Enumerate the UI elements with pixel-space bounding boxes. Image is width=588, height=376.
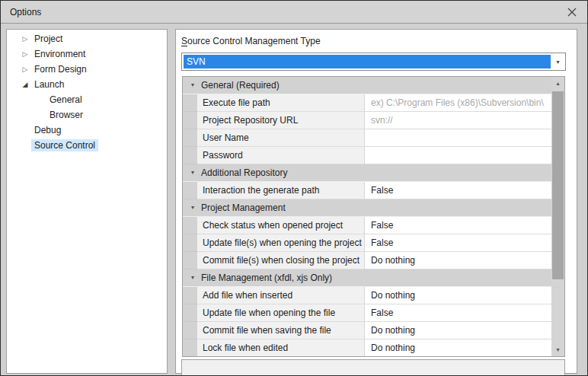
grid-indent-cell (183, 252, 197, 269)
close-button[interactable] (561, 3, 583, 21)
scm-type-dropdown[interactable]: SVN ▾ (181, 53, 566, 71)
grid-property-label: Add file when inserted (197, 287, 364, 304)
grid-indent-cell (183, 129, 197, 147)
grid-section-header[interactable]: ▾ Additional Repository (183, 164, 551, 182)
grid-property-value[interactable]: Do nothing (364, 252, 551, 269)
options-dialog: Options ▷ Project ▷ Environment ▷ Form D… (0, 0, 588, 376)
tree-item-project[interactable]: ▷ Project (7, 31, 167, 46)
grid-property-value[interactable]: Do nothing (364, 287, 551, 304)
scm-type-label: Source Control Management Type (181, 36, 321, 46)
collapse-arrow-icon[interactable]: ◢ (20, 77, 30, 92)
description-panel (181, 359, 565, 376)
grid-section-title: Additional Repository (201, 164, 287, 181)
grid-property-label: Check status when opened project (197, 217, 364, 234)
grid-property-row: Lock file when edited Do nothing (183, 339, 551, 356)
grid-indent-cell (183, 112, 197, 129)
scrollbar-thumb[interactable] (552, 91, 564, 279)
grid-property-label: Commit file(s) when closing the project (197, 252, 364, 269)
grid-section-title: Project Management (201, 199, 286, 216)
tree-item-browser[interactable]: Browser (7, 107, 167, 123)
grid-section-title: File Management (xfdl, xjs Only) (201, 269, 332, 286)
tree-item-general[interactable]: General (7, 92, 167, 107)
grid-property-value[interactable]: ex) C:\Program Files (x86)\Subversion\bi… (364, 94, 551, 112)
grid-indent-cell (183, 322, 197, 339)
property-grid: ▾ General (Required) Execute file path e… (182, 76, 565, 357)
grid-property-row: User Name (183, 129, 551, 147)
grid-indent-cell (183, 94, 197, 112)
grid-property-value[interactable]: svn:// (364, 112, 551, 129)
tree-item-label: Project (31, 33, 66, 45)
grid-property-row: Interaction the generate path False (183, 182, 551, 199)
grid-property-value[interactable]: False (364, 182, 551, 199)
grid-property-value[interactable]: False (364, 304, 551, 322)
grid-indent-cell (183, 217, 197, 234)
source-control-settings-panel: Source Control Management Type SVN ▾ ▾ G… (175, 29, 577, 374)
grid-property-value[interactable] (364, 147, 551, 164)
grid-property-label: Lock file when edited (197, 339, 364, 356)
tree-item-environment[interactable]: ▷ Environment (7, 46, 167, 62)
grid-indent-cell (183, 287, 197, 304)
grid-scrollbar[interactable]: ▴ ▾ (551, 77, 564, 356)
grid-property-row: Check status when opened project False (183, 217, 551, 234)
grid-indent-cell (183, 182, 197, 199)
titlebar: Options (1, 1, 587, 24)
grid-property-label: User Name (197, 129, 364, 147)
grid-property-row: Project Repository URL svn:// (183, 112, 551, 129)
tree-item-label: Form Design (31, 63, 90, 75)
tree-item-label: General (46, 94, 85, 106)
grid-property-label: Password (197, 147, 364, 164)
grid-section-title: General (Required) (201, 77, 280, 94)
collapse-arrow-icon[interactable]: ▾ (187, 164, 198, 181)
close-icon (567, 8, 577, 17)
grid-property-row: Update file(s) when opening the project … (183, 234, 551, 252)
tree-item-label: Source Control (31, 139, 98, 151)
grid-property-label: Update file(s) when opening the project (197, 234, 364, 252)
grid-property-row: Password (183, 147, 551, 164)
grid-section-header[interactable]: ▾ General (Required) (183, 77, 551, 94)
tree-item-label: Debug (31, 124, 64, 136)
grid-property-row: Commit file(s) when closing the project … (183, 252, 551, 269)
grid-property-row: Execute file path ex) C:\Program Files (… (183, 94, 551, 112)
grid-property-value[interactable] (364, 129, 551, 147)
grid-property-label: Project Repository URL (197, 112, 364, 129)
chevron-down-icon[interactable]: ▾ (551, 55, 564, 69)
grid-indent-cell (183, 339, 197, 356)
grid-indent-cell (183, 147, 197, 164)
grid-property-value[interactable]: Do nothing (364, 339, 551, 356)
scroll-down-icon[interactable]: ▾ (551, 343, 564, 356)
grid-indent-cell (183, 234, 197, 252)
grid-section-header[interactable]: ▾ File Management (xfdl, xjs Only) (183, 269, 551, 287)
grid-property-value[interactable]: False (364, 217, 551, 234)
tree-item-label: Browser (46, 109, 86, 121)
grid-property-row: Add file when inserted Do nothing (183, 287, 551, 304)
tree-item-form-design[interactable]: ▷ Form Design (7, 62, 167, 77)
scm-type-selected-value: SVN (184, 55, 551, 69)
tree-item-label: Launch (31, 78, 67, 91)
grid-property-label: Interaction the generate path (197, 182, 364, 199)
grid-property-value[interactable]: Do nothing (364, 322, 551, 339)
grid-property-label: Execute file path (197, 94, 364, 112)
grid-property-row: Update file when opening the file False (183, 304, 551, 322)
tree-item-label: Environment (31, 48, 88, 60)
grid-indent-cell (183, 304, 197, 322)
expand-arrow-icon[interactable]: ▷ (20, 31, 30, 46)
collapse-arrow-icon[interactable]: ▾ (187, 199, 198, 216)
collapse-arrow-icon[interactable]: ▾ (187, 269, 198, 286)
expand-arrow-icon[interactable]: ▷ (20, 62, 30, 77)
tree-item-debug[interactable]: Debug (7, 123, 167, 138)
grid-property-row: Commit file when saving the file Do noth… (183, 322, 551, 339)
tree-item-launch[interactable]: ◢ Launch (7, 77, 167, 92)
grid-section-header[interactable]: ▾ Project Management (183, 199, 551, 217)
collapse-arrow-icon[interactable]: ▾ (187, 77, 198, 94)
tree-item-source-control[interactable]: Source Control (7, 138, 167, 153)
grid-property-value[interactable]: False (364, 234, 551, 252)
grid-property-label: Update file when opening the file (197, 304, 364, 322)
settings-tree: ▷ Project ▷ Environment ▷ Form Design ◢ … (6, 29, 168, 374)
window-title: Options (1, 7, 41, 18)
scroll-up-icon[interactable]: ▴ (551, 77, 564, 90)
grid-property-label: Commit file when saving the file (197, 322, 364, 339)
expand-arrow-icon[interactable]: ▷ (20, 46, 30, 62)
